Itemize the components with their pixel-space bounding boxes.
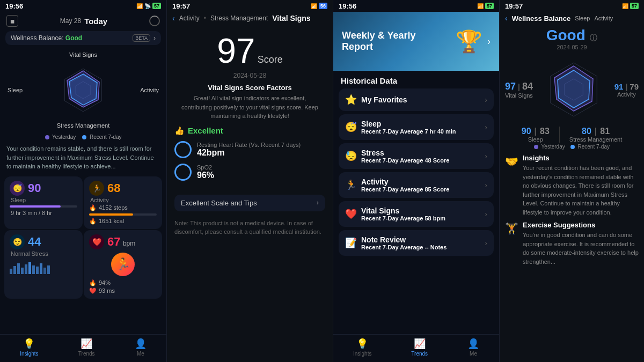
steps-value: 4152 steps <box>99 204 128 211</box>
hist-notes-name: Note Review <box>361 235 447 244</box>
nav-activity-2[interactable]: Activity <box>179 14 200 22</box>
wellness-label: Wellness Balance: Good <box>11 34 82 42</box>
panel-3-historical: 19:56 📶 57 Weekly & Yearly Report 🏆 › Hi… <box>333 0 499 362</box>
metric-row-2: SpO2 96% <box>174 164 325 181</box>
excellent-section: 👍 Excellent Resting Heart Rate (Vs. Rece… <box>167 121 333 191</box>
status-icons-2: 📶 56 <box>311 3 327 9</box>
status-icons-1: 📶 📡 57 <box>136 3 161 9</box>
metric1-name: Resting Heart Rate (Vs. Recent 7 days) <box>197 142 301 148</box>
me-icon-1: 👤 <box>135 338 147 350</box>
favorites-chevron: › <box>485 95 487 104</box>
nav-me-1[interactable]: 👤 Me <box>135 338 147 357</box>
refresh-icon[interactable] <box>149 16 160 26</box>
legend-dot-yesterday-4 <box>534 145 538 149</box>
nav-insights-1[interactable]: 💡 Insights <box>20 338 38 357</box>
stress-bval2: 81 <box>600 127 610 136</box>
nav-current-4: Wellness Balance <box>512 14 571 23</box>
nav-trends-1[interactable]: 📈 Trends <box>78 338 95 357</box>
back-arrow-2[interactable]: ‹ <box>172 14 175 23</box>
activity-circle-icon: 🏃 <box>111 253 135 276</box>
wifi-icon: 📡 <box>144 3 151 9</box>
heart-card[interactable]: ❤️ 67 bpm 🏃 🔥 94% ❤️ 93 ms <box>84 230 162 299</box>
status-bar-3: 19:56 📶 57 <box>333 0 499 12</box>
hist-item-sleep[interactable]: 😴 Sleep Recent 7-Day Average 7 hr 40 min… <box>339 114 494 140</box>
svg-rect-10 <box>28 262 31 274</box>
hist-activity-sub: Recent 7-Day Average 85 Score <box>361 186 449 193</box>
wellness-bar[interactable]: Wellness Balance: Good BETA › <box>5 31 161 45</box>
sleep-bval2: 83 <box>540 127 550 136</box>
trends-icon-1: 📈 <box>80 338 92 350</box>
metric2-name: SpO2 <box>197 164 214 171</box>
nav-stress-2[interactable]: Stress Management <box>210 14 268 22</box>
radar-chart-4 <box>539 55 609 124</box>
spo2-value: 94% <box>99 279 111 286</box>
sleep-label: Sleep <box>11 197 77 203</box>
calendar-icon[interactable]: ◼ <box>6 15 18 27</box>
metric-info-1: Resting Heart Rate (Vs. Recent 7 days) 4… <box>197 142 301 158</box>
p3-header: Weekly & Yearly Report 🏆 › <box>333 12 499 71</box>
metric1-value: 42bpm <box>197 148 301 158</box>
hist-item-notes[interactable]: 📝 Note Review Recent 7-Day Average -- No… <box>339 230 494 256</box>
svg-rect-9 <box>25 264 27 274</box>
exercise-title-4: Exercise Suggestions <box>523 221 639 229</box>
metric2-value: 96% <box>197 171 214 180</box>
activity-label-4: Activity <box>617 91 636 98</box>
activity-icon: 🏃 <box>89 181 104 196</box>
historical-title: Historical Data <box>333 71 499 88</box>
radar-label-bottom: Stress Management <box>57 122 109 129</box>
time-1: 19:56 <box>5 2 23 10</box>
wellness-right: BETA › <box>133 34 156 42</box>
metric-info-2: SpO2 96% <box>197 164 214 180</box>
sleep-icon: 😴 <box>10 181 25 196</box>
sleep-card[interactable]: 😴 90 Sleep 9 hr 3 min / 8 hr <box>4 176 83 229</box>
excellent-scale-tips[interactable]: Excellent Scale and Tips › <box>174 195 325 211</box>
battery-3: 57 <box>485 3 494 9</box>
stress-card[interactable]: 😌 44 Normal Stress <box>4 230 83 299</box>
hist-item-activity[interactable]: 🏃 Activity Recent 7-Day Average 85 Score… <box>339 172 494 198</box>
status-icons-4: 📶 57 <box>622 3 639 9</box>
trends-icon-3: 📈 <box>414 338 426 350</box>
nav-me-3[interactable]: 👤 Me <box>467 338 479 357</box>
factors-desc: Great! All vital sign indicators are exc… <box>167 94 333 121</box>
time-2: 19:57 <box>172 2 190 10</box>
hist-sleep-sub: Recent 7-Day Average 7 hr 40 min <box>361 128 456 135</box>
header-chevron: › <box>487 36 491 47</box>
radar-label-right: Activity <box>140 87 159 93</box>
hist-item-favorites[interactable]: ⭐ My Favorites › <box>339 88 494 111</box>
nav-trends-label-3: Trends <box>411 351 428 357</box>
hist-item-vital[interactable]: ❤️ Vital Signs Recent 7-Day Average 58 b… <box>339 201 494 227</box>
nav-trends-3[interactable]: 📈 Trends <box>411 338 428 357</box>
radar-label-top: Vital Signs <box>69 51 97 58</box>
nav-activity-4[interactable]: Activity <box>594 15 613 21</box>
nav-insights-3[interactable]: 💡 Insights <box>353 338 371 357</box>
good-date: 2024-05-29 <box>500 44 644 50</box>
time-3: 19:56 <box>339 2 356 10</box>
back-arrow-4[interactable]: ‹ <box>505 14 508 23</box>
legend-dot-yesterday <box>45 135 49 139</box>
hist-item-stress[interactable]: 😓 Stress Recent 7-Day Average 48 Score › <box>339 143 494 169</box>
sleep-scores-4: 91 | 79 Activity <box>614 82 639 98</box>
p2-nav: ‹ Activity • Stress Management Vital Sig… <box>167 12 333 25</box>
hist-activity-name: Activity <box>361 178 449 186</box>
status-bar-4: 19:57 📶 57 <box>500 0 644 12</box>
sleep-progress-bar <box>10 205 61 208</box>
status-bar-1: 19:56 📶 📡 57 <box>0 0 166 12</box>
steps-icon: 🔥 <box>89 204 97 211</box>
svg-rect-11 <box>32 265 35 274</box>
nav-insights-label-3: Insights <box>353 351 371 357</box>
hist-notes-icon: 📝 <box>345 237 357 249</box>
disclaimer: Note: This product is not a medical devi… <box>167 215 333 241</box>
hrv-icon: ❤️ <box>89 287 97 294</box>
svg-rect-6 <box>13 266 16 274</box>
stress-label-main: Normal Stress <box>11 250 77 257</box>
wellness-status: Good <box>65 34 82 42</box>
sleep-bval1: 90 <box>522 127 531 136</box>
activity-card[interactable]: 🏃 68 Activity 🔥 4152 steps 🔥 1651 kcal <box>84 176 162 229</box>
stress-value: 44 <box>28 235 41 248</box>
nav-sleep-4[interactable]: Sleep <box>575 15 590 21</box>
sleep-v1-4: 91 <box>614 82 624 91</box>
hist-sleep-chevron: › <box>485 123 487 131</box>
exercise-text-4: You're in good condition and can do some… <box>523 231 639 266</box>
battery-4: 57 <box>630 3 639 9</box>
hist-vital-name: Vital Signs <box>361 206 445 215</box>
